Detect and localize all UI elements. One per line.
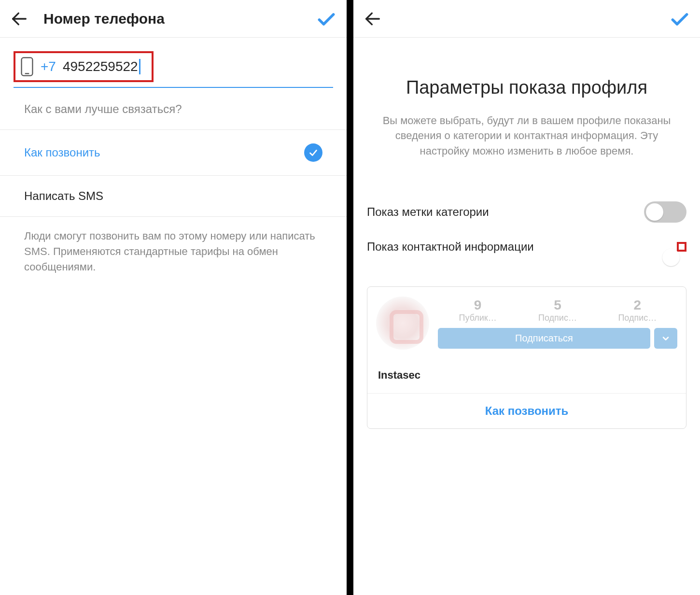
page-title: Номер телефона — [43, 11, 165, 27]
follow-row: Подписаться — [438, 328, 677, 349]
back-arrow-icon[interactable] — [363, 9, 382, 28]
panels-divider — [347, 0, 353, 595]
toggle-knob — [646, 203, 663, 221]
stats-row: 9 Публик… 5 Подпис… 2 Подпис… — [438, 298, 677, 323]
follow-dropdown-button[interactable] — [654, 328, 677, 349]
toggle-category-switch[interactable] — [644, 201, 686, 223]
back-arrow-icon[interactable] — [10, 9, 29, 28]
stat-posts-label: Публик… — [459, 313, 497, 323]
stat-following-count: 2 — [618, 298, 657, 313]
option-sms-row[interactable]: Написать SMS — [0, 176, 347, 217]
option-call-label: Как позвонить — [24, 146, 304, 159]
confirm-check-icon[interactable] — [669, 8, 690, 29]
highlight-annotation — [677, 242, 686, 252]
stat-following: 2 Подпис… — [618, 298, 657, 323]
option-call-row[interactable]: Как позвонить — [0, 130, 347, 176]
right-panel: Параметры показа профиля Вы можете выбра… — [353, 0, 700, 595]
svg-rect-1 — [22, 57, 33, 75]
follow-button[interactable]: Подписаться — [438, 328, 650, 349]
country-code[interactable]: +7 — [41, 59, 56, 74]
left-header: Номер телефона — [0, 0, 347, 38]
phone-device-icon — [20, 57, 34, 76]
stat-followers-label: Подпис… — [538, 313, 577, 323]
toggle-category-row: Показ метки категории — [367, 193, 686, 231]
stat-posts: 9 Публик… — [459, 298, 497, 323]
toggle-category-label: Показ метки категории — [367, 205, 644, 219]
stat-followers-count: 5 — [538, 298, 577, 313]
stat-posts-count: 9 — [459, 298, 497, 313]
left-panel: Номер телефона +7 4952259522 Как с вами … — [0, 0, 347, 595]
phone-number-input[interactable]: 4952259522 — [63, 59, 140, 74]
toggle-knob — [662, 249, 680, 266]
preview-profile-name: Instasec — [367, 354, 686, 393]
help-text: Люди смогут позвонить вам по этому номер… — [0, 217, 347, 286]
profile-display-description: Вы можете выбрать, будут ли в вашем проф… — [367, 113, 686, 159]
right-content: Параметры показа профиля Вы можете выбра… — [353, 38, 700, 439]
right-header — [353, 0, 700, 38]
avatar-placeholder — [376, 297, 429, 350]
selected-check-icon — [304, 143, 322, 162]
stat-following-label: Подпис… — [618, 313, 657, 323]
phone-input-row[interactable]: +7 4952259522 — [14, 51, 154, 82]
profile-preview-card: 9 Публик… 5 Подпис… 2 Подпис… П — [367, 286, 686, 429]
stat-followers: 5 Подпис… — [538, 298, 577, 323]
toggle-contact-label: Показ контактной информации — [367, 240, 677, 254]
profile-display-title: Параметры показа профиля — [367, 76, 686, 99]
option-sms-label: Написать SMS — [24, 189, 322, 203]
phone-input-block: +7 4952259522 — [0, 38, 347, 88]
preview-call-link[interactable]: Как позвонить — [367, 393, 686, 428]
contact-method-question: Как с вами лучше связаться? — [0, 88, 347, 130]
confirm-check-icon[interactable] — [316, 8, 337, 29]
toggle-contact-row: Показ контактной информации — [367, 231, 686, 262]
preview-top: 9 Публик… 5 Подпис… 2 Подпис… П — [367, 287, 686, 354]
stats-block: 9 Публик… 5 Подпис… 2 Подпис… П — [438, 298, 677, 349]
